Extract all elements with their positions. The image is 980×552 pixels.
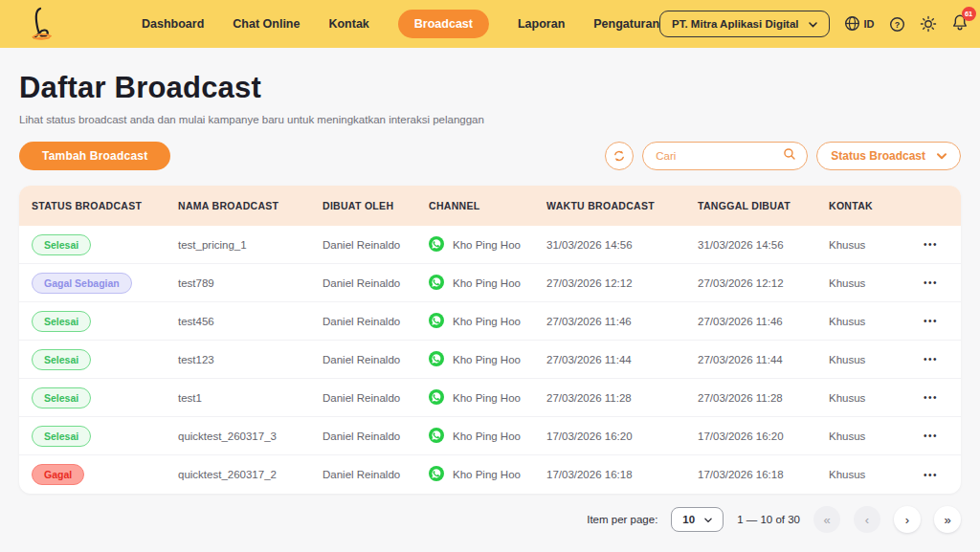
- row-actions-menu-button[interactable]: •••: [920, 468, 942, 482]
- broadcast-name: test123: [178, 354, 323, 365]
- broadcast-time: 27/03/2026 11:28: [546, 392, 698, 404]
- refresh-icon: [612, 149, 626, 163]
- whatsapp-icon: [429, 389, 444, 407]
- created-by: Daniel Reinaldo: [323, 431, 429, 442]
- contact-type: Khusus: [829, 239, 919, 251]
- col-header-created-by: DIBUAT OLEH: [323, 200, 429, 211]
- row-actions-menu-button[interactable]: •••: [920, 390, 942, 405]
- nav-item-dashboard[interactable]: Dashboard: [142, 17, 204, 31]
- whatsapp-icon: [429, 428, 444, 445]
- created-by: Daniel Reinaldo: [323, 392, 429, 404]
- locale-label: ID: [864, 18, 875, 30]
- svg-text:?: ?: [894, 19, 899, 29]
- table-row[interactable]: Selesai test_pricing_1 Daniel Reinaldo K…: [19, 226, 961, 264]
- pagination-range: 1 — 10 of 30: [737, 514, 800, 525]
- row-actions-menu-button[interactable]: •••: [920, 429, 942, 443]
- broadcast-time: 27/03/2026 11:46: [546, 316, 698, 327]
- company-selector-label: PT. Mitra Aplikasi Digital: [672, 18, 799, 30]
- search-input[interactable]: [656, 150, 783, 162]
- table-row[interactable]: Selesai test1 Daniel Reinaldo Kho Ping H…: [19, 379, 961, 417]
- broadcast-name: quicktest_260317_2: [178, 469, 323, 480]
- table-row[interactable]: Gagal quicktest_260317_2 Daniel Reinaldo…: [19, 455, 961, 494]
- broadcast-time: 27/03/2026 11:44: [546, 354, 698, 365]
- channel-name: Kho Ping Hoo: [453, 239, 521, 251]
- channel-name: Kho Ping Hoo: [453, 277, 521, 289]
- notifications-button[interactable]: 61: [951, 13, 969, 35]
- table-row[interactable]: Selesai quicktest_260317_3 Daniel Reinal…: [19, 417, 961, 455]
- first-page-button[interactable]: «: [813, 506, 840, 533]
- status-badge: Selesai: [32, 426, 91, 447]
- col-header-name: NAMA BROADCAST: [178, 200, 323, 211]
- col-header-status: STATUS BROADCAST: [32, 200, 178, 211]
- created-date: 17/03/2026 16:18: [698, 469, 829, 480]
- items-per-page-label: Item per page:: [587, 514, 657, 525]
- broadcast-name: test789: [178, 277, 323, 289]
- status-badge: Gagal: [32, 464, 84, 485]
- contact-type: Khusus: [829, 354, 919, 365]
- pagination-bar: Item per page: 10 1 — 10 of 30 « ‹ › »: [19, 506, 961, 533]
- row-actions-menu-button[interactable]: •••: [920, 314, 942, 328]
- whatsapp-icon: [429, 236, 444, 254]
- refresh-button[interactable]: [605, 142, 634, 170]
- page-title: Daftar Broadcast: [19, 71, 961, 105]
- table-row[interactable]: Selesai test123 Daniel Reinaldo Kho Ping…: [19, 341, 961, 379]
- channel-name: Kho Ping Hoo: [453, 316, 521, 327]
- col-header-contact: KONTAK: [829, 200, 919, 211]
- globe-icon: [844, 15, 860, 33]
- row-actions-menu-button[interactable]: •••: [920, 352, 942, 366]
- status-filter-dropdown[interactable]: Status Broadcast: [816, 142, 961, 170]
- broadcast-name: test456: [178, 316, 323, 327]
- broadcast-time: 31/03/2026 14:56: [546, 239, 698, 251]
- brand-logo[interactable]: [25, 6, 57, 42]
- broadcast-name: quicktest_260317_3: [178, 431, 323, 442]
- company-selector[interactable]: PT. Mitra Aplikasi Digital: [659, 11, 830, 37]
- whatsapp-icon: [429, 313, 444, 330]
- created-by: Daniel Reinaldo: [323, 239, 429, 251]
- nav-item-broadcast[interactable]: Broadcast: [398, 10, 489, 38]
- nav-item-chat-online[interactable]: Chat Online: [233, 17, 300, 31]
- broadcast-name: test_pricing_1: [178, 239, 323, 251]
- prev-page-button[interactable]: ‹: [854, 506, 880, 533]
- whatsapp-icon: [429, 466, 444, 483]
- col-header-broadcast-time: WAKTU BROADCAST: [546, 200, 698, 211]
- next-page-button[interactable]: ›: [894, 506, 921, 533]
- col-header-created-date: TANGGAL DIBUAT: [698, 200, 829, 211]
- help-button[interactable]: ?: [889, 16, 905, 33]
- contact-type: Khusus: [829, 316, 919, 327]
- contact-type: Khusus: [829, 392, 919, 404]
- status-badge: Gagal Sebagian: [32, 273, 132, 294]
- table-body: Selesai test_pricing_1 Daniel Reinaldo K…: [19, 226, 961, 494]
- last-page-button[interactable]: »: [934, 506, 961, 533]
- status-badge: Selesai: [32, 311, 91, 332]
- created-by: Daniel Reinaldo: [323, 277, 429, 289]
- search-icon[interactable]: [783, 147, 796, 165]
- channel-name: Kho Ping Hoo: [453, 392, 521, 404]
- items-per-page-select[interactable]: 10: [671, 507, 724, 532]
- created-by: Daniel Reinaldo: [323, 316, 429, 327]
- chevron-down-icon: [937, 149, 947, 163]
- status-filter-label: Status Broadcast: [831, 149, 925, 163]
- table-row[interactable]: Selesai test456 Daniel Reinaldo Kho Ping…: [19, 302, 961, 341]
- broadcast-table: STATUS BROADCAST NAMA BROADCAST DIBUAT O…: [19, 186, 961, 494]
- nav-item-kontak[interactable]: Kontak: [328, 17, 368, 31]
- created-by: Daniel Reinaldo: [323, 469, 429, 480]
- channel-name: Kho Ping Hoo: [453, 431, 521, 442]
- items-per-page-value: 10: [682, 514, 695, 525]
- broadcast-time: 27/03/2026 12:12: [546, 277, 698, 289]
- nav-item-laporan[interactable]: Laporan: [518, 17, 565, 31]
- theme-toggle-sun-icon[interactable]: [920, 15, 937, 33]
- broadcast-name: test1: [178, 392, 323, 404]
- nav-item-pengaturan[interactable]: Pengaturan: [593, 17, 659, 31]
- page-subtitle: Lihat status broadcast anda dan mulai ka…: [19, 114, 961, 125]
- row-actions-menu-button[interactable]: •••: [920, 237, 942, 252]
- channel-name: Kho Ping Hoo: [453, 469, 521, 480]
- language-selector[interactable]: ID: [844, 15, 875, 33]
- table-row[interactable]: Gagal Sebagian test789 Daniel Reinaldo K…: [19, 264, 961, 302]
- add-broadcast-button[interactable]: Tambah Broadcast: [19, 142, 170, 170]
- contact-type: Khusus: [829, 431, 919, 442]
- row-actions-menu-button[interactable]: •••: [920, 276, 942, 290]
- main-nav: DashboardChat OnlineKontakBroadcastLapor…: [142, 10, 659, 38]
- chevron-down-icon: [704, 514, 712, 525]
- whatsapp-icon: [429, 275, 444, 292]
- created-by: Daniel Reinaldo: [323, 354, 429, 365]
